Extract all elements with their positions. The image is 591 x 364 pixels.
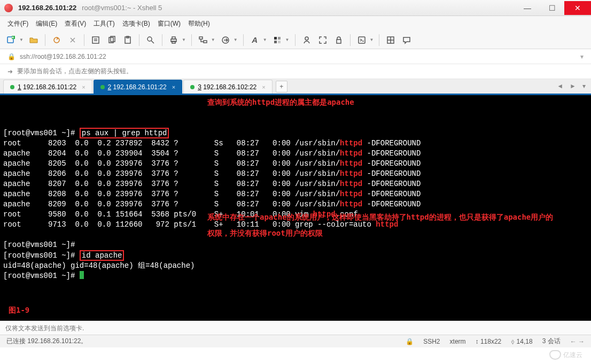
svg-rect-11 [172,41,175,43]
copy-icon[interactable] [106,34,118,46]
dropdown-icon[interactable]: ▼ [285,37,290,42]
status-dot-icon [100,85,105,89]
status-dot-icon [190,85,195,89]
command-id: id apache [80,250,125,261]
command-ps: ps aux | grep httpd [80,128,169,138]
color-icon[interactable] [271,34,283,46]
command-input[interactable] [5,324,586,332]
tab-label: 3 192.168.26.102:22 [198,83,256,91]
toolbar: ▼ ▼ ▼ ▼ A▼ ▼ ▼ [0,31,591,49]
print-icon[interactable] [168,34,180,46]
figure-label: 图1-9 [9,305,29,315]
menu-help[interactable]: 帮助(H) [188,19,210,28]
close-button[interactable]: ✕ [564,1,591,15]
svg-rect-20 [337,40,341,43]
status-connection: 已连接 192.168.26.101:22。 [6,337,87,346]
tab-close-icon[interactable]: × [82,84,85,90]
tab-add-button[interactable]: + [276,81,287,92]
dropdown-icon[interactable]: ▼ [234,37,238,42]
dropdown-icon[interactable]: ▼ [211,37,215,42]
reconnect-icon[interactable] [51,34,63,46]
svg-point-2 [54,37,59,43]
prompt: [root@vms001 ~]# [3,129,80,137]
chat-icon[interactable] [401,34,413,46]
svg-rect-3 [92,37,99,43]
dropdown-icon[interactable]: ▼ [263,37,267,42]
maximize-button[interactable]: ☐ [540,1,564,15]
lock-icon[interactable] [333,34,345,46]
cursor-icon [80,271,84,279]
tab-label: 2 192.168.26.101:22 [108,83,167,91]
svg-point-19 [305,37,308,40]
tab-next-icon[interactable]: ► [567,81,578,91]
prompt: [root@vms001 ~]# [3,272,80,280]
dropdown-icon[interactable]: ▼ [182,37,186,42]
profile-icon[interactable] [301,34,313,46]
status-term: xterm [450,338,466,345]
fullscreen-icon[interactable] [317,34,329,46]
tab-close-icon[interactable]: × [172,84,175,90]
watermark: 亿速云 [545,347,587,363]
address-url[interactable]: ssh://root@192.168.26.101:22 [20,53,106,60]
svg-point-8 [147,37,152,41]
menubar: 文件(F) 编辑(E) 查看(V) 工具(T) 选项卡(B) 窗口(W) 帮助(… [0,16,591,31]
address-dropdown-icon[interactable]: ▾ [580,53,584,60]
svg-rect-12 [199,37,203,39]
menu-window[interactable]: 窗口(W) [158,19,181,28]
hint-text: 要添加当前会话，点击左侧的箭头按钮。 [17,67,133,76]
nav-arrows-icon[interactable]: ← → [570,338,585,345]
menu-edit[interactable]: 编辑(E) [36,19,57,28]
minimize-button[interactable]: — [515,1,540,15]
font-icon[interactable]: A [249,34,261,46]
dropdown-icon[interactable]: ▼ [19,37,24,42]
menu-tools[interactable]: 工具(T) [94,19,114,28]
terminal[interactable]: 查询到系统的httpd进程的属主都是apache 系统中存在一个apache的系… [0,95,591,321]
properties-icon[interactable] [90,34,102,46]
status-bar: 已连接 192.168.26.101:22。 🔒 SSH2 xterm ↕ 11… [0,335,591,347]
app-icon [4,4,13,12]
menu-tabs[interactable]: 选项卡(B) [122,19,150,28]
paste-icon[interactable] [122,34,134,46]
svg-rect-15 [274,37,277,40]
open-icon[interactable] [28,34,40,46]
tab-list-icon[interactable]: ▾ [580,81,588,91]
session-tab-3[interactable]: 3 192.168.26.102:22× [183,80,273,94]
arrow-icon[interactable]: ➜ [7,68,13,75]
status-size: 118x22 [480,338,501,345]
menu-file[interactable]: 文件(F) [7,19,28,28]
menu-view[interactable]: 查看(V) [65,19,86,28]
script-icon[interactable] [356,34,368,46]
tab-label: 1 192.168.26.101:22 [18,83,76,91]
annotation-1: 查询到系统的httpd进程的属主都是apache [207,97,555,107]
tab-bar: 1 192.168.26.101:22×2 192.168.26.101:22×… [0,79,591,95]
new-session-icon[interactable] [5,34,17,46]
lock-icon: 🔒 [406,338,414,345]
folder-tree-icon[interactable] [197,34,209,46]
tab-close-icon[interactable]: × [262,84,265,90]
svg-rect-10 [172,37,175,39]
prompt: [root@vms001 ~]# [3,251,80,260]
svg-rect-18 [278,41,281,43]
session-tab-2[interactable]: 2 192.168.26.101:22× [94,80,183,94]
window-title-main: 192.168.26.101:22 [18,4,76,12]
session-tab-1[interactable]: 1 192.168.26.101:22× [3,80,92,94]
tab-prev-icon[interactable]: ◄ [555,81,565,91]
status-protocol: SSH2 [423,338,440,345]
hint-bar: ➜ 要添加当前会话，点击左侧的箭头按钮。 [0,64,591,79]
status-caret: 14,18 [517,338,533,345]
svg-rect-17 [274,41,277,43]
disconnect-icon[interactable] [67,34,79,46]
caret-icon: ⎀ [511,338,515,345]
search-icon[interactable] [145,34,157,46]
resize-icon: ↕ [476,338,479,345]
dropdown-icon[interactable]: ▼ [370,37,374,42]
transfer-icon[interactable] [220,34,231,46]
lock-icon: 🔒 [7,53,15,60]
svg-rect-13 [204,41,207,43]
tab-nav: ◄ ► ▾ [555,81,588,91]
id-output: uid=48(apache) gid=48(apache) 组=48(apach… [3,261,195,270]
input-bar[interactable] [0,321,591,335]
svg-rect-16 [278,37,281,40]
layout-icon[interactable] [385,34,396,46]
status-dot-icon [10,85,14,89]
